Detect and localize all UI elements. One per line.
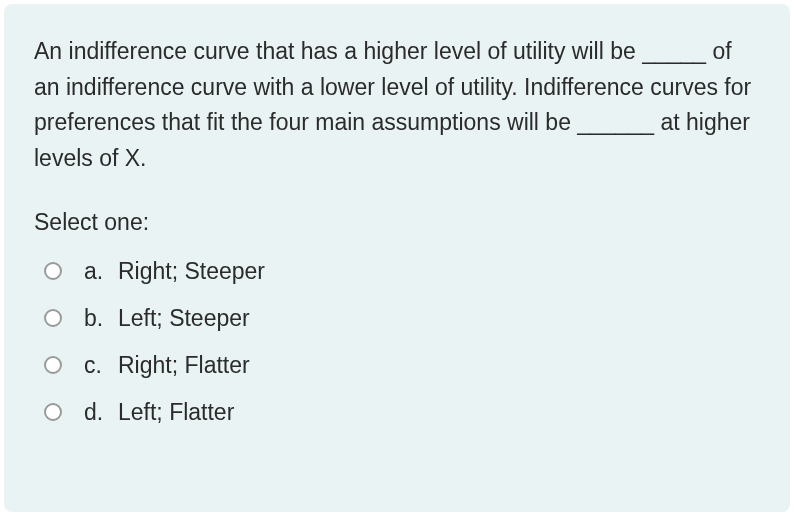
option-d-radio[interactable] bbox=[44, 403, 62, 421]
option-b: b. Left; Steeper bbox=[44, 305, 760, 332]
question-card: An indifference curve that has a higher … bbox=[4, 4, 790, 512]
option-letter: d. bbox=[84, 399, 118, 426]
option-a-radio[interactable] bbox=[44, 262, 62, 280]
option-b-radio[interactable] bbox=[44, 309, 62, 327]
option-text: Left; Flatter bbox=[118, 399, 760, 426]
option-letter: b. bbox=[84, 305, 118, 332]
option-text: Right; Steeper bbox=[118, 258, 760, 285]
option-text: Right; Flatter bbox=[118, 352, 760, 379]
option-d: d. Left; Flatter bbox=[44, 399, 760, 426]
option-letter: c. bbox=[84, 352, 118, 379]
option-letter: a. bbox=[84, 258, 118, 285]
option-a: a. Right; Steeper bbox=[44, 258, 760, 285]
option-text: Left; Steeper bbox=[118, 305, 760, 332]
select-one-prompt: Select one: bbox=[34, 209, 760, 236]
question-text: An indifference curve that has a higher … bbox=[34, 34, 760, 177]
option-c-radio[interactable] bbox=[44, 356, 62, 374]
option-c: c. Right; Flatter bbox=[44, 352, 760, 379]
options-list: a. Right; Steeper b. Left; Steeper c. Ri… bbox=[34, 258, 760, 426]
